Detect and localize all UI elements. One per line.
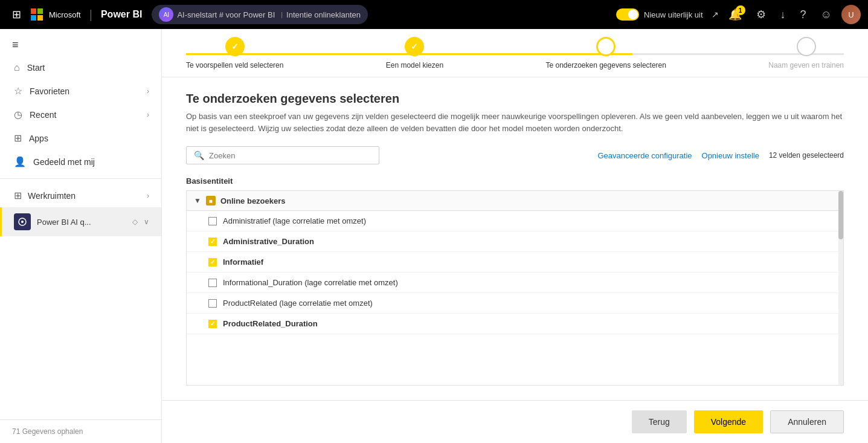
sidebar-label-werkruimten: Werkruimten: [28, 191, 141, 201]
stepper-steps: ✓ Te voorspellen veld selecteren ✓ Een m…: [186, 37, 844, 70]
stepper-step-4: Naam geven en trainen: [768, 37, 844, 70]
microsoft-label: Microsoft: [49, 10, 81, 19]
sidebar-item-start[interactable]: ⌂ Start: [0, 56, 161, 79]
field-list-container: Basisentiteit ▼ ■ Online bezoekers Admin…: [186, 169, 844, 386]
step-label-4: Naam geven en trainen: [768, 61, 844, 70]
field-item-6: ProductRelated_Duration: [187, 314, 843, 334]
home-icon: ⌂: [14, 62, 20, 73]
entity-icon: ■: [206, 196, 216, 205]
ai-pill-avatar: AI: [159, 7, 173, 22]
field-item-3: Informatief: [187, 252, 843, 273]
collapse-icon[interactable]: ▼: [194, 196, 201, 205]
clock-icon: ◷: [14, 109, 22, 120]
toggle-label: Nieuw uiterlijk uit: [644, 10, 703, 19]
field-label-1: Administratief (lage correlatie met omze…: [223, 216, 366, 225]
search-box[interactable]: 🔍: [186, 146, 379, 164]
step-circle-1: ✓: [225, 37, 245, 56]
entity-header: ▼ ■ Online bezoekers: [187, 191, 843, 211]
svg-point-1: [21, 221, 24, 223]
field-label-2: Administrative_Duration: [223, 237, 314, 246]
sidebar-label-favorieten: Favorieten: [30, 86, 140, 96]
page-title: Te onderzoeken gegevens selecteren: [186, 92, 844, 106]
sidebar-item-favorieten[interactable]: ☆ Favorieten ›: [0, 79, 161, 103]
hamburger-menu[interactable]: ≡: [0, 29, 161, 56]
star-icon: ☆: [14, 85, 22, 97]
sidebar-label-start: Start: [27, 63, 149, 73]
stepper-step-2: ✓ Een model kiezen: [386, 37, 443, 70]
search-input[interactable]: [209, 151, 371, 160]
field-item-1: Administratief (lage correlatie met omze…: [187, 211, 843, 231]
field-checkbox-6[interactable]: [208, 320, 217, 328]
advanced-config-link[interactable]: Geavanceerde configuratie: [597, 151, 692, 160]
ai-pill[interactable]: AI AI-snelstart # voor Power BI | Intent…: [152, 5, 368, 24]
field-label-4: Informational_Duration (lage correlatie …: [223, 278, 398, 287]
product-label: Power BI: [101, 9, 142, 20]
sidebar-footer: 71 Gegevens ophalen: [0, 419, 161, 443]
entity-name: Online bezoekers: [220, 196, 286, 205]
step-label-3: Te onderzoeken gegevens selecteren: [545, 61, 666, 70]
workspace-grid-icon: ⊞: [14, 190, 22, 201]
field-checkbox-3[interactable]: [208, 258, 217, 267]
waffle-icon[interactable]: ⊞: [7, 5, 26, 24]
sidebar-item-recent[interactable]: ◷ Recent ›: [0, 103, 161, 126]
chevron-down-icon: ∨: [144, 218, 149, 226]
controls-row: 🔍 Geavanceerde configuratie Opnieuw inst…: [186, 146, 844, 164]
sidebar: ≡ ⌂ Start ☆ Favorieten › ◷ Recent › ⊞ Ap…: [0, 29, 162, 443]
download-icon[interactable]: ↓: [776, 6, 791, 24]
sidebar-item-apps[interactable]: ⊞ Apps: [0, 126, 161, 150]
notification-icon[interactable]: 🔔 1: [724, 5, 747, 24]
chevron-right-icon: ›: [147, 87, 149, 95]
sidebar-item-werkruimten[interactable]: ⊞ Werkruimten ›: [0, 184, 161, 207]
sidebar-navigation: ⌂ Start ☆ Favorieten › ◷ Recent › ⊞ Apps…: [0, 56, 161, 419]
scrollbar-track: [838, 191, 843, 385]
reset-link[interactable]: Opnieuw instelle: [702, 151, 759, 160]
ai-pill-text: AI-snelstart # voor Power BI: [177, 10, 275, 19]
field-checkbox-2[interactable]: [208, 238, 217, 246]
field-checkbox-5[interactable]: [208, 299, 217, 308]
controls-right: Geavanceerde configuratie Opnieuw instel…: [597, 151, 844, 160]
next-button[interactable]: Volgende: [694, 410, 763, 433]
feedback-icon[interactable]: ☺: [816, 6, 837, 24]
scrollbar-thumb[interactable]: [838, 191, 843, 239]
sidebar-label-recent: Recent: [30, 110, 140, 120]
field-item-5: ProductRelated (lage correlatie met omze…: [187, 293, 843, 314]
workspace-label: Power BI AI q...: [37, 218, 126, 227]
sidebar-label-apps: Apps: [29, 134, 149, 143]
apps-icon: ⊞: [14, 132, 22, 144]
section-header: Basisentiteit: [186, 176, 844, 186]
sidebar-item-active-workspace[interactable]: Power BI AI q... ◇ ∨: [0, 207, 161, 236]
field-checkbox-1[interactable]: [208, 217, 217, 225]
search-icon: 🔍: [194, 150, 204, 160]
field-label-3: Informatief: [223, 257, 263, 267]
new-ui-toggle[interactable]: [616, 8, 639, 21]
step-label-1: Te voorspellen veld selecteren: [186, 61, 283, 70]
sidebar-label-gedeeld: Gedeeld met mij: [33, 157, 149, 167]
data-fetch-label: 71 Gegevens ophalen: [12, 427, 83, 436]
chevron-right-icon-2: ›: [147, 111, 149, 119]
settings-icon[interactable]: ⚙: [751, 5, 771, 24]
main-content: ✓ Te voorspellen veld selecteren ✓ Een m…: [162, 29, 868, 443]
help-icon[interactable]: ?: [796, 6, 811, 24]
field-list-scroll: ▼ ■ Online bezoekers Administratief (lag…: [186, 190, 844, 386]
context-label: Intentie onlineklanten: [286, 10, 361, 19]
notification-badge: 1: [736, 5, 745, 15]
cancel-button[interactable]: Annuleren: [770, 410, 844, 433]
back-button[interactable]: Terug: [632, 410, 687, 433]
diamond-icon: ◇: [132, 218, 138, 226]
field-label-5: ProductRelated (lage correlatie met omze…: [223, 299, 373, 308]
step-circle-3: [596, 37, 616, 56]
footer-buttons: Terug Volgende Annuleren: [162, 400, 868, 443]
top-navigation: ⊞ Microsoft | Power BI AI AI-snelstart #…: [0, 0, 868, 29]
user-avatar[interactable]: U: [841, 5, 861, 24]
page-description: Op basis van een steekproef van uw gegev…: [186, 111, 844, 134]
fields-count-label: 12 velden geselecteerd: [769, 151, 844, 160]
microsoft-logo: [31, 8, 43, 21]
stepper-step-3: Te onderzoeken gegevens selecteren: [545, 37, 666, 70]
step-circle-4: [797, 37, 816, 56]
chevron-right-icon-3: ›: [147, 192, 149, 200]
field-item-4: Informational_Duration (lage correlatie …: [187, 273, 843, 293]
sidebar-item-gedeeld[interactable]: 👤 Gedeeld met mij: [0, 150, 161, 173]
microsoft-logo-area: Microsoft: [31, 8, 81, 21]
field-checkbox-4[interactable]: [208, 279, 217, 287]
stepper-step-1: ✓ Te voorspellen veld selecteren: [186, 37, 283, 70]
